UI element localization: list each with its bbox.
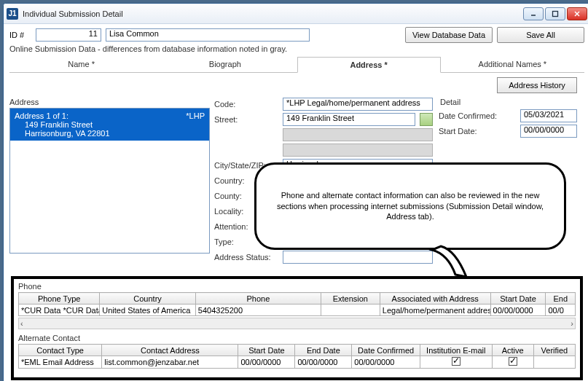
alt-active-checkbox[interactable] bbox=[492, 356, 533, 369]
scroll-left-icon[interactable]: ‹ bbox=[20, 319, 23, 328]
address-item-citystate: Harrisonburg, VA 22801 bbox=[15, 129, 205, 138]
phone-hscrollbar[interactable]: ‹› bbox=[18, 318, 576, 329]
phone-col-ext[interactable]: Extension bbox=[321, 293, 380, 305]
phone-col-start[interactable]: Start Date bbox=[490, 293, 546, 305]
phone-col-end[interactable]: End bbox=[546, 293, 576, 305]
status-input[interactable] bbox=[283, 251, 433, 264]
id-field[interactable]: 11 bbox=[36, 28, 101, 42]
hint-text: Online Submission Data - differences fro… bbox=[9, 44, 584, 53]
street-input[interactable]: 149 Franklin Street bbox=[283, 113, 415, 126]
maximize-button[interactable] bbox=[545, 7, 565, 20]
app-icon: J1 bbox=[7, 8, 18, 20]
tab-additional-names[interactable]: Additional Names * bbox=[441, 56, 584, 72]
phone-grid[interactable]: Phone Type Country Phone Extension Assoc… bbox=[18, 292, 576, 316]
save-all-button[interactable]: Save All bbox=[497, 27, 584, 43]
alt-col-end[interactable]: End Date bbox=[295, 345, 352, 356]
tab-name[interactable]: Name * bbox=[9, 56, 153, 72]
tab-toolbar: Address History bbox=[9, 73, 584, 98]
alt-col-active[interactable]: Active bbox=[492, 345, 533, 356]
phone-row[interactable]: *CUR Data *CUR Data Phone United States … bbox=[19, 305, 576, 316]
header-row: ID # 11 Lisa Common View Database Data S… bbox=[9, 27, 584, 43]
alt-verified-cell[interactable] bbox=[533, 356, 575, 369]
alt-col-type[interactable]: Contact Type bbox=[19, 345, 102, 356]
tab-address[interactable]: Address * bbox=[297, 57, 441, 73]
bottom-sections-frame: Phone Phone Type Country Phone Extension… bbox=[11, 276, 583, 380]
callout-text: Phone and alternate contact information … bbox=[267, 190, 554, 223]
phone-col-assoc[interactable]: Associated with Address bbox=[380, 293, 490, 305]
detail-title: Detail bbox=[440, 98, 577, 106]
alt-col-address[interactable]: Contact Address bbox=[102, 345, 238, 356]
phone-col-type[interactable]: Phone Type bbox=[19, 293, 100, 305]
tab-biograph[interactable]: Biograph bbox=[153, 56, 297, 72]
scroll-right-icon[interactable]: › bbox=[571, 319, 573, 328]
close-button[interactable] bbox=[567, 7, 587, 20]
alt-col-start[interactable]: Start Date bbox=[238, 345, 295, 356]
street-line3-input[interactable] bbox=[283, 144, 433, 157]
address-list-item-selected[interactable]: Address 1 of 1: *LHP 149 Franklin Street… bbox=[10, 109, 209, 141]
tab-bar: Name * Biograph Address * Additional Nam… bbox=[9, 56, 584, 73]
id-label: ID # bbox=[9, 31, 31, 39]
address-history-button[interactable]: Address History bbox=[497, 77, 577, 93]
phone-col-phone[interactable]: Phone bbox=[195, 293, 321, 305]
start-date-label: Start Date: bbox=[439, 127, 517, 135]
window-title: Individual Submission Detail bbox=[23, 9, 523, 18]
street-line2-input[interactable] bbox=[283, 128, 433, 141]
svg-rect-1 bbox=[553, 11, 558, 16]
alt-col-verified[interactable]: Verified bbox=[533, 345, 575, 356]
altcontact-grid[interactable]: Contact Type Contact Address Start Date … bbox=[18, 344, 576, 369]
date-confirmed-input[interactable]: 05/03/2021 bbox=[520, 109, 577, 122]
start-date-input[interactable]: 00/00/0000 bbox=[520, 125, 577, 138]
address-listbox[interactable]: Address 1 of 1: *LHP 149 Franklin Street… bbox=[9, 108, 210, 254]
alt-col-inst-email[interactable]: Institution E-mail bbox=[420, 345, 492, 356]
alt-inst-email-checkbox[interactable] bbox=[420, 356, 492, 369]
code-input[interactable]: *LHP Legal/home/permanent address bbox=[283, 98, 433, 111]
address-item-code: *LHP bbox=[186, 111, 205, 120]
address-group-label: Address bbox=[9, 98, 210, 106]
date-confirmed-label: Date Confirmed: bbox=[439, 111, 517, 120]
altcontact-section-title: Alternate Contact bbox=[18, 334, 576, 342]
client-area: ID # 11 Lisa Common View Database Data S… bbox=[4, 24, 588, 381]
phone-section-title: Phone bbox=[18, 282, 576, 291]
callout-tail-icon bbox=[426, 244, 485, 288]
address-item-caption: Address 1 of 1: bbox=[15, 111, 68, 120]
code-label: Code: bbox=[214, 100, 278, 109]
minimize-button[interactable] bbox=[523, 7, 544, 20]
alt-row[interactable]: *EML Email Address list.common@jenzabar.… bbox=[19, 356, 576, 369]
view-database-data-button[interactable]: View Database Data bbox=[405, 27, 493, 43]
alt-col-confirmed[interactable]: Date Confirmed bbox=[352, 345, 420, 356]
address-list-column: Address Address 1 of 1: *LHP 149 Frankli… bbox=[9, 98, 210, 266]
address-item-street: 149 Franklin Street bbox=[15, 120, 205, 129]
titlebar: J1 Individual Submission Detail bbox=[4, 4, 588, 24]
status-label: Address Status: bbox=[214, 253, 278, 262]
callout-bubble: Phone and alternate contact information … bbox=[254, 162, 566, 250]
street-lookup-icon[interactable] bbox=[420, 113, 433, 126]
window-buttons bbox=[523, 7, 587, 20]
window: J1 Individual Submission Detail ID # 11 … bbox=[3, 3, 588, 381]
street-label: Street: bbox=[214, 115, 278, 124]
name-field[interactable]: Lisa Common bbox=[106, 28, 310, 42]
phone-col-country[interactable]: Country bbox=[100, 293, 196, 305]
